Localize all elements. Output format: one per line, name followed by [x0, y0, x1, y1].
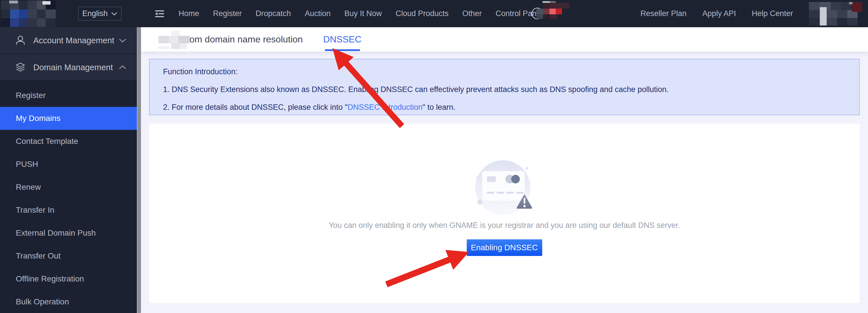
gname-domain-console: English Home Register Dropcatch Auction … — [0, 0, 868, 313]
sidebar-submenu: Register My Domains Contact Template PUS… — [0, 81, 137, 313]
tab-domain-resolution[interactable]: om domain name resolution — [155, 27, 303, 51]
intro-title: Function Introduction: — [163, 67, 859, 76]
nav-item-home[interactable]: Home — [179, 9, 199, 18]
sidebar-item-my-domains[interactable]: My Domains — [0, 107, 137, 130]
nav-item-dropcatch[interactable]: Dropcatch — [256, 9, 291, 18]
sidebar-item-transfer-out[interactable]: Transfer Out — [0, 244, 137, 268]
sidebar-section-label: Account Management — [33, 36, 114, 45]
nav-item-help-center[interactable]: Help Center — [752, 9, 793, 18]
nav-item-cloud-products[interactable]: Cloud Products — [396, 9, 448, 18]
chevron-down-icon — [119, 38, 127, 43]
intro-line-2-prefix: 2. For more details about DNSSEC, please… — [163, 103, 348, 111]
chevron-up-icon — [119, 65, 127, 70]
sidebar-scrollbar[interactable] — [137, 27, 141, 313]
active-tab-underline — [325, 49, 360, 51]
dnssec-panel: You can only enabling it only when GNAME… — [149, 124, 860, 303]
chevron-down-icon — [111, 12, 117, 16]
dnssec-requirement-note: You can only enabling it only when GNAME… — [329, 221, 680, 230]
user-icon — [15, 35, 26, 46]
sidebar-item-external-domain-push[interactable]: External Domain Push — [0, 221, 137, 244]
sidebar-item-transfer-in[interactable]: Transfer In — [0, 199, 137, 221]
nav-item-other[interactable]: Other — [462, 9, 482, 18]
redacted-badge — [537, 1, 570, 20]
sidebar-section-domain-management[interactable]: Domain Management — [0, 54, 137, 81]
tab-label: DNSSEC — [323, 34, 361, 45]
layers-icon — [15, 62, 26, 73]
nav-item-auction[interactable]: Auction — [305, 9, 331, 18]
sidebar: Account Management Domain Management Reg… — [0, 27, 137, 313]
sidebar-item-bulk-operation[interactable]: Bulk Operation — [0, 290, 137, 313]
redacted-user-info[interactable] — [809, 2, 862, 26]
sidebar-item-register[interactable]: Register — [0, 84, 137, 107]
sidebar-section-account-management[interactable]: Account Management — [0, 27, 137, 54]
language-selector[interactable]: English — [78, 7, 122, 21]
redacted-logo — [1, 1, 56, 27]
nav-item-register[interactable]: Register — [213, 9, 242, 18]
tab-bar: om domain name resolution DNSSEC — [141, 27, 868, 51]
scrollbar-thumb[interactable] — [137, 27, 141, 313]
main-content: om domain name resolution DNSSEC Functio… — [141, 27, 868, 313]
sidebar-item-renew[interactable]: Renew — [0, 176, 137, 199]
secondary-nav: Reseller Plan Apply API Help Center — [640, 0, 862, 27]
collapse-sidebar-icon[interactable] — [154, 9, 165, 19]
dnssec-introduction-link[interactable]: DNSSEC Introduction — [348, 103, 423, 111]
nav-item-apply-api[interactable]: Apply API — [702, 9, 736, 18]
intro-line-2: 2. For more details about DNSSEC, please… — [163, 102, 859, 112]
intro-line-1: 1. DNS Security Extensions also known as… — [163, 84, 859, 94]
tab-label: om domain name resolution — [189, 34, 303, 45]
primary-nav: Home Register Dropcatch Auction Buy It N… — [154, 0, 542, 27]
sidebar-item-push[interactable]: PUSH — [0, 153, 137, 176]
notification-area[interactable] — [530, 0, 574, 27]
language-label: English — [82, 9, 108, 18]
sidebar-item-offline-registration[interactable]: Offline Registration — [0, 268, 137, 290]
sidebar-section-label: Domain Management — [33, 63, 113, 72]
sidebar-item-contact-template[interactable]: Contact Template — [0, 130, 137, 153]
enable-dnssec-button[interactable]: Enabling DNSSEC — [467, 239, 542, 256]
nav-item-buy-it-now[interactable]: Buy It Now — [344, 9, 382, 18]
redacted-domain-name — [158, 31, 191, 49]
top-navbar: English Home Register Dropcatch Auction … — [0, 0, 868, 27]
tab-dnssec[interactable]: DNSSEC — [322, 27, 363, 51]
function-introduction-box: Function Introduction: 1. DNS Security E… — [149, 59, 860, 115]
card-warning-illustration — [474, 160, 535, 217]
intro-line-2-suffix: " to learn. — [423, 103, 456, 111]
nav-item-reseller-plan[interactable]: Reseller Plan — [640, 9, 687, 18]
